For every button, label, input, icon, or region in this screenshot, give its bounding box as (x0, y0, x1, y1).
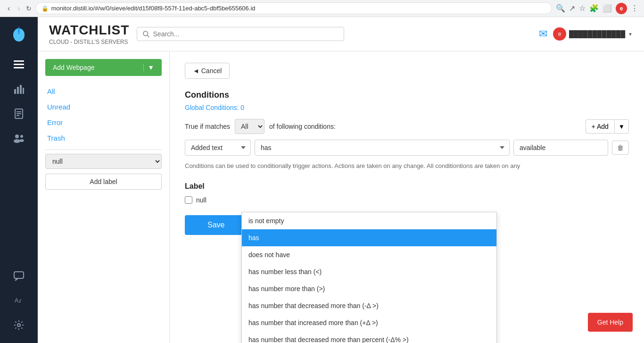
page-subtitle: CLOUD - DISTILL'S SERVERS (49, 39, 129, 45)
match-select[interactable]: All Any (235, 119, 264, 134)
sidebar-item-doc[interactable] (8, 103, 30, 124)
search-input[interactable] (153, 30, 339, 38)
operator-select[interactable]: is not empty has does not have has numbe… (255, 140, 510, 156)
nav-divider (45, 150, 162, 150)
svg-point-14 (20, 135, 23, 138)
user-name: ████████████ (569, 30, 625, 38)
app-container: A z WATCHLIST CLOUD - DISTILL'S SERVERS (0, 17, 644, 343)
nav-trash[interactable]: Trash (45, 130, 162, 146)
label-section: Label null (185, 182, 629, 204)
svg-rect-1 (14, 60, 24, 62)
svg-rect-2 (14, 64, 24, 65)
main-panel: WATCHLIST CLOUD - DISTILL'S SERVERS ✉ e … (38, 17, 644, 343)
share-button[interactable]: ↗ (569, 4, 575, 13)
zoom-button[interactable]: 🔍 (556, 4, 565, 13)
address-text: monitor.distill.io/#/w/0/sieve/edit/d15f… (51, 5, 256, 12)
global-conditions-link[interactable]: Global Conditions: 0 (185, 104, 629, 111)
search-box[interactable] (137, 27, 344, 41)
option-does-not-have[interactable]: does not have (242, 246, 496, 263)
extension-button[interactable]: 🧩 (589, 4, 599, 13)
option-decreased-more[interactable]: has number that decreased more than (-Δ … (242, 297, 496, 314)
operator-select-wrapper: is not empty has does not have has numbe… (255, 140, 510, 156)
sidebar-item-chat[interactable] (8, 266, 30, 286)
logo[interactable] (10, 25, 27, 43)
option-is-not-empty[interactable]: is not empty (242, 212, 496, 229)
cancel-button[interactable]: ◄ Cancel (185, 63, 230, 79)
menu-button[interactable]: ⋮ (631, 4, 638, 13)
conditions-row: True if matches All Any of following con… (185, 119, 629, 134)
svg-rect-5 (17, 87, 19, 94)
bookmark-button[interactable]: ☆ (579, 4, 586, 13)
window-button[interactable]: ⬜ (603, 4, 612, 13)
nav-all[interactable]: All (45, 84, 162, 99)
operator-dropdown: is not empty has does not have has numbe… (241, 212, 497, 343)
add-webpage-button[interactable]: Add Webpage ▼ (45, 59, 162, 76)
svg-text:A: A (15, 297, 18, 304)
svg-point-19 (17, 324, 20, 326)
user-menu-button[interactable]: e ████████████ ▼ (553, 27, 633, 41)
left-nav: Add Webpage ▼ All Unread Error Trash nul… (38, 51, 170, 343)
avatar: e (553, 27, 566, 41)
svg-rect-3 (14, 67, 24, 68)
forward-button[interactable]: › (16, 2, 22, 15)
svg-text:z: z (18, 298, 22, 303)
svg-point-13 (14, 139, 20, 143)
address-bar[interactable]: 🔒 monitor.distill.io/#/w/0/sieve/edit/d1… (35, 2, 552, 14)
sidebar-item-settings[interactable] (8, 315, 30, 335)
header-title-block: WATCHLIST CLOUD - DISTILL'S SERVERS (49, 23, 129, 45)
add-dropdown-button[interactable]: ▼ (615, 119, 629, 134)
svg-point-20 (143, 31, 148, 35)
browser-bar: ‹ › ↻ 🔒 monitor.distill.io/#/w/0/sieve/e… (0, 0, 644, 17)
option-increased-more[interactable]: has number that increased more than (+Δ … (242, 314, 496, 331)
page-title: WATCHLIST (49, 23, 129, 38)
option-has[interactable]: has (242, 229, 496, 246)
sidebar-item-list[interactable] (8, 54, 30, 75)
lock-icon: 🔒 (41, 5, 49, 12)
svg-rect-6 (20, 85, 22, 94)
option-more-than[interactable]: has number more than (>) (242, 280, 496, 297)
delete-condition-button[interactable]: 🗑 (612, 141, 629, 155)
condition-type-select[interactable]: Added text Removed text Text Count URL D… (185, 140, 251, 156)
sidebar-item-chart[interactable] (8, 79, 30, 100)
condition-description: Conditions can be used to conditionally … (185, 161, 629, 171)
svg-line-21 (148, 35, 149, 37)
svg-rect-7 (23, 88, 24, 94)
back-button[interactable]: ‹ (6, 2, 12, 15)
add-split-button: + Add ▼ (586, 119, 629, 134)
nav-error[interactable]: Error (45, 115, 162, 130)
add-label-button[interactable]: Add label (45, 174, 162, 190)
profile-button[interactable]: e (616, 3, 627, 14)
option-decreased-percent[interactable]: has number that decreased more than perc… (242, 331, 496, 343)
add-label: + Add (592, 123, 609, 130)
option-less-than[interactable]: has number less than (<) (242, 263, 496, 280)
save-button[interactable]: Save (185, 215, 247, 235)
add-webpage-dropdown-arrow[interactable]: ▼ (143, 64, 154, 71)
null-checkbox[interactable] (185, 196, 192, 204)
label-section-title: Label (185, 182, 629, 191)
condition-line: Added text Removed text Text Count URL D… (185, 140, 629, 156)
following-label: of following conditions: (269, 123, 336, 130)
svg-point-12 (15, 134, 19, 138)
sidebar-item-translate[interactable]: A z (8, 290, 30, 311)
dropdown-arrow-icon: ▼ (628, 32, 633, 37)
add-main-button[interactable]: + Add (586, 119, 615, 134)
header: WATCHLIST CLOUD - DISTILL'S SERVERS ✉ e … (38, 17, 644, 51)
browser-actions: 🔍 ↗ ☆ 🧩 ⬜ e ⋮ (556, 3, 638, 14)
sidebar-item-users[interactable] (8, 128, 30, 149)
conditions-title: Conditions (185, 90, 629, 100)
reload-button[interactable]: ↻ (26, 5, 32, 12)
null-checkbox-row: null (185, 196, 629, 204)
add-webpage-label: Add Webpage (53, 64, 94, 71)
label-select[interactable]: null (45, 154, 162, 169)
content-area: Add Webpage ▼ All Unread Error Trash nul… (38, 51, 644, 343)
sidebar: A z (0, 17, 38, 343)
get-help-button[interactable]: Get Help (588, 313, 633, 332)
header-actions: ✉ e ████████████ ▼ (539, 27, 633, 41)
svg-point-15 (19, 139, 24, 142)
svg-rect-16 (14, 272, 24, 278)
mail-icon[interactable]: ✉ (539, 28, 547, 40)
value-input[interactable] (513, 140, 608, 156)
null-label[interactable]: null (196, 196, 206, 204)
nav-unread[interactable]: Unread (45, 99, 162, 115)
true-if-label: True if matches (185, 123, 230, 130)
